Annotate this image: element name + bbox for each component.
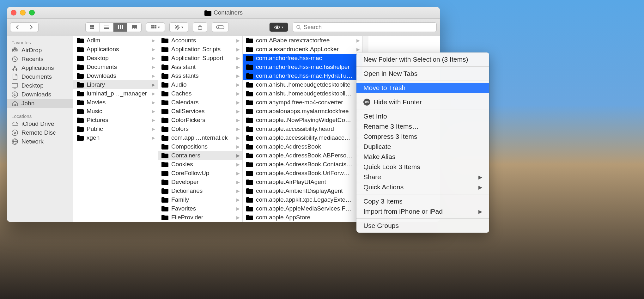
sidebar-item-desktop[interactable]: Desktop [7,81,73,90]
context-menu-item[interactable]: Rename 3 Items… [356,121,489,131]
context-menu-item[interactable]: Move to Trash [356,83,489,93]
folder-row[interactable]: Assistants▶ [158,71,242,80]
back-button[interactable] [10,23,24,32]
folder-row[interactable]: Family▶ [158,195,242,204]
sidebar-item-icloud-drive[interactable]: iCloud Drive [7,119,73,128]
folder-row[interactable]: Caches▶ [158,89,242,98]
folder-row[interactable]: Containers▶ [158,151,242,160]
folder-row[interactable]: Downloads▶ [73,71,158,80]
icon-view-button[interactable] [86,23,100,32]
share-button[interactable] [193,22,207,32]
context-menu-item[interactable]: Import from iPhone or iPad▶ [356,206,489,217]
folder-row[interactable]: Documents▶ [73,63,158,71]
folder-row[interactable]: Public▶ [73,125,158,133]
folder-row[interactable]: com.apple.AddressBook.ABPersonView▶ [243,151,362,160]
context-menu-item[interactable]: Compress 3 Items [356,131,489,142]
folder-row[interactable]: com.apple.AppleMediaServices.Follow▶ [243,204,362,213]
context-menu-item[interactable]: Quick Actions▶ [356,182,489,192]
nav-buttons [10,22,39,32]
folder-row[interactable]: Pictures▶ [73,116,158,125]
folder-row[interactable]: luminati_p…_manager▶ [73,89,158,98]
folder-row[interactable]: com.anchorfree.hss-mac▶ [243,54,362,63]
folder-row[interactable]: com.apple.AddressBook▶ [243,142,362,151]
folder-name: CoreFollowUp [171,170,233,177]
gallery-view-button[interactable] [127,23,141,32]
context-menu-item[interactable]: Use Groups [356,221,489,231]
dropbox-button[interactable]: ▾ [270,23,288,32]
context-menu-item[interactable]: Quick Look 3 Items [356,162,489,172]
folder-row[interactable]: Adlm▶ [73,36,158,45]
folder-row[interactable]: com.apple.AirPlayUIAgent▶ [243,178,362,186]
folder-row[interactable]: Library▶ [73,80,158,89]
folder-row[interactable]: Accounts▶ [158,36,242,45]
sidebar-item-john[interactable]: John [7,99,73,108]
folder-row[interactable]: com.alexandrudenk.AppLocker▶ [243,45,362,54]
folder-row[interactable]: com.anchorfree.hss-mac.HydraTunnel▶ [243,71,362,80]
folder-row[interactable]: Movies▶ [73,98,158,107]
folder-row[interactable]: Audio▶ [158,80,242,89]
svg-rect-11 [132,28,133,29]
folder-row[interactable]: com.apple.accessibility.heard▶ [243,125,362,133]
folder-row[interactable]: com.apalonapps.myalarmclockfree▶ [243,107,362,116]
context-menu-item[interactable]: Get Info [356,111,489,121]
context-menu-item[interactable]: Hide with Funter [356,97,489,107]
forward-button[interactable] [24,23,38,32]
sidebar-item-network[interactable]: Network [7,137,73,146]
folder-row[interactable]: Desktop▶ [73,54,158,63]
action-button[interactable]: ▾ [170,23,188,32]
folder-row[interactable]: xgen▶ [73,133,158,142]
folder-row[interactable]: com.apple..NowPlayingWidgetContain▶ [243,116,362,125]
context-menu-item[interactable]: Make Alias [356,152,489,162]
folder-row[interactable]: Dictionaries▶ [158,186,242,195]
folder-row[interactable]: com.apple.appkit.xpc.LegacyExternalC▶ [243,195,362,204]
close-button[interactable] [11,10,16,15]
list-view-button[interactable] [100,23,113,32]
folder-row[interactable]: com.anymp4.free-mp4-converter▶ [243,98,362,107]
minimize-button[interactable] [20,10,26,15]
arrange-button[interactable]: ▾ [146,23,165,32]
folder-row[interactable]: Cookies▶ [158,160,242,169]
folder-row[interactable]: com.ABabe.rarextractorfree▶ [243,36,362,45]
folder-row[interactable]: Application Scripts▶ [158,45,242,54]
folder-name: com.anchorfree.hss-mac.HydraTunnel [256,72,353,79]
folder-row[interactable]: com.apple.AppStore▶ [243,213,362,222]
folder-row[interactable]: Colors▶ [158,125,242,133]
folder-row[interactable]: Applications▶ [73,45,158,54]
folder-row[interactable]: Compositions▶ [158,142,242,151]
folder-row[interactable]: com.appl…nternal.ck▶ [158,133,242,142]
folder-row[interactable]: Favorites▶ [158,204,242,213]
folder-row[interactable]: Developer▶ [158,178,242,186]
folder-row[interactable]: com.apple.accessibility.mediaaccessi▶ [243,133,362,142]
svg-rect-16 [155,25,156,27]
sidebar-item-recents[interactable]: Recents [7,55,73,64]
column-view-button[interactable] [113,23,127,32]
tags-button[interactable] [212,22,229,32]
context-menu-item[interactable]: Share▶ [356,172,489,182]
context-menu-item[interactable]: Open in New Tabs [356,69,489,79]
folder-row[interactable]: com.anishu.homebudgetdesktoplite.js▶ [243,89,362,98]
sidebar-item-airdrop[interactable]: AirDrop [7,46,73,55]
folder-row[interactable]: com.apple.AmbientDisplayAgent▶ [243,186,362,195]
sidebar-item-remote-disc[interactable]: Remote Disc [7,128,73,137]
context-menu-item[interactable]: Copy 3 Items [356,196,489,206]
sidebar-item-downloads[interactable]: Downloads [7,90,73,99]
folder-row[interactable]: Music▶ [73,107,158,116]
folder-row[interactable]: ColorPickers▶ [158,116,242,125]
folder-row[interactable]: com.apple.AddressBook.UrlForwarder▶ [243,169,362,178]
search-field[interactable] [293,22,437,32]
folder-row[interactable]: com.anchorfree.hss-mac.hsshelper▶ [243,63,362,71]
folder-row[interactable]: Assistant▶ [158,63,242,71]
context-menu-item[interactable]: New Folder with Selection (3 Items) [356,54,489,64]
sidebar-item-applications[interactable]: Applications [7,64,73,72]
folder-row[interactable]: FileProvider▶ [158,213,242,222]
folder-row[interactable]: CallServices▶ [158,107,242,116]
folder-row[interactable]: CoreFollowUp▶ [158,169,242,178]
folder-row[interactable]: com.apple.AddressBook.ContactsAcco▶ [243,160,362,169]
context-menu-item[interactable]: Duplicate [356,142,489,152]
zoom-button[interactable] [29,10,35,15]
folder-row[interactable]: com.anishu.homebudgetdesktoplite▶ [243,80,362,89]
sidebar-item-documents[interactable]: Documents [7,72,73,81]
folder-row[interactable]: Application Support▶ [158,54,242,63]
search-input[interactable] [304,24,433,31]
folder-row[interactable]: Calendars▶ [158,98,242,107]
